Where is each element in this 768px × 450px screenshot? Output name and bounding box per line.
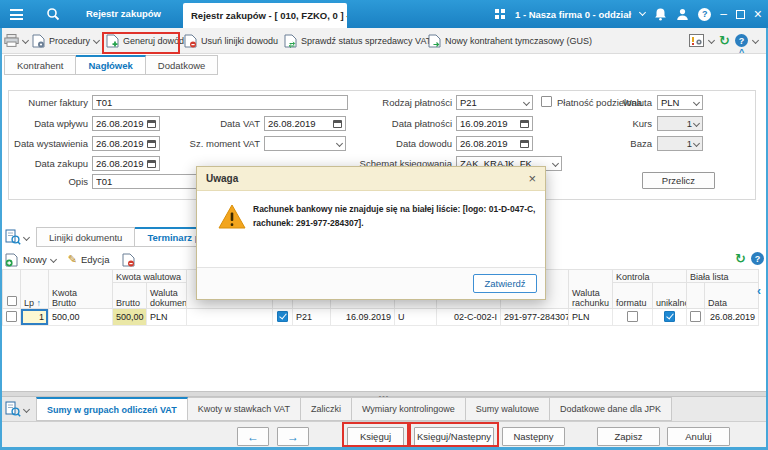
chevron-down-icon[interactable]: [708, 37, 715, 44]
calendar-icon[interactable]: [520, 140, 529, 148]
kontrola-formatu-cell[interactable]: [613, 309, 653, 326]
window-close-button[interactable]: ×: [754, 8, 762, 20]
kontrola-formatu-checkbox[interactable]: [627, 311, 638, 322]
biala-lista-data-cell[interactable]: 26.08.2019: [705, 309, 759, 326]
calendar-icon[interactable]: [333, 120, 342, 128]
col-biala-lista-data[interactable]: Data: [705, 283, 759, 309]
col-kontrola-formatu[interactable]: formatu: [613, 283, 653, 309]
tab-wymiary-kontrolingowe[interactable]: Wymiary kontrolingowe: [352, 397, 466, 421]
window-minimize-button[interactable]: –: [720, 8, 727, 20]
sprawdz-status-button[interactable]: Sprawdź status sprzedawcy VAT: [284, 28, 431, 53]
rodzaj-platnosci-select[interactable]: P21: [456, 95, 533, 110]
titlebar-active-tab[interactable]: Rejestr zakupów - [ 010, FZKO, 0 ] -: [183, 3, 347, 28]
tab-naglowek[interactable]: Nagłówek: [76, 55, 145, 75]
col-waluta-rachunku[interactable]: Walutarachunku: [569, 270, 613, 309]
kwota-brutto-cell[interactable]: 500,00: [49, 309, 113, 326]
chevron-down-icon[interactable]: [693, 99, 700, 106]
help-icon[interactable]: ?: [751, 252, 764, 265]
colgroup-biala-lista[interactable]: Biała lista: [687, 270, 759, 283]
chevron-down-icon[interactable]: [639, 9, 646, 16]
prev-record-button[interactable]: ←: [237, 427, 269, 446]
row-select-cell[interactable]: [3, 309, 21, 326]
data-wystawienia-input[interactable]: 26.08.2019: [92, 136, 160, 151]
calendar-icon[interactable]: [147, 120, 156, 128]
titlebar-module-label[interactable]: Rejestr zakupów: [86, 0, 161, 28]
collapse-ribbon-icon[interactable]: ^: [739, 47, 744, 57]
data-platnosci-input[interactable]: 16.09.2019: [456, 116, 533, 131]
chevron-down-icon[interactable]: [552, 160, 559, 167]
list-search-icon[interactable]: [5, 401, 21, 417]
chevron-down-icon[interactable]: [22, 37, 29, 44]
tab-dodatkowe[interactable]: Dodatkowe: [146, 55, 219, 75]
tab-kontrahent[interactable]: Kontrahent: [4, 55, 76, 75]
procedury-button[interactable]: Procedury: [32, 28, 99, 53]
data-vat-input[interactable]: 26.08.2019: [264, 116, 346, 131]
chevron-down-icon[interactable]: [93, 37, 100, 44]
waluta-select[interactable]: PLN: [657, 95, 703, 110]
calendar-icon[interactable]: [147, 140, 156, 148]
edycja-button[interactable]: ✎ Edycja: [68, 254, 110, 265]
chevron-down-icon[interactable]: [50, 256, 57, 263]
sz-moment-vat-select[interactable]: [264, 136, 346, 151]
select-all-checkbox[interactable]: [7, 296, 17, 306]
user-icon[interactable]: [676, 8, 689, 21]
paid-cell[interactable]: [273, 309, 293, 326]
chevron-down-icon[interactable]: [693, 120, 700, 127]
brutto-walutowa-cell[interactable]: 500,00: [113, 309, 147, 326]
next-record-button[interactable]: →: [277, 427, 309, 446]
refresh-icon[interactable]: ↻: [719, 34, 730, 47]
zapisz-button[interactable]: Zapisz: [597, 427, 660, 446]
waluta-rachunku-cell[interactable]: PLN: [569, 309, 613, 326]
dialog-close-icon[interactable]: ×: [528, 172, 536, 185]
rodzaj-platnosci-cell[interactable]: P21: [293, 309, 331, 326]
status-cell[interactable]: U: [395, 309, 437, 326]
help-icon[interactable]: ?: [698, 8, 711, 21]
tab-kwoty-w-stawkach[interactable]: Kwoty w stawkach VAT: [188, 397, 301, 421]
col-lp[interactable]: Lp ↑: [21, 270, 49, 309]
bank-cell[interactable]: 02-C-002-I: [437, 309, 501, 326]
calendar-icon[interactable]: [520, 120, 529, 128]
refresh-icon[interactable]: ↻: [735, 252, 746, 265]
company-selector[interactable]: 1 - Nasza firma 0 - oddział: [515, 9, 631, 20]
hamburger-menu-icon[interactable]: [10, 9, 23, 23]
colgroup-kwota-walutowa[interactable]: Kwota walutowa: [113, 270, 187, 283]
window-maximize-button[interactable]: [736, 10, 745, 19]
help-icon[interactable]: ?: [735, 34, 748, 47]
bell-icon[interactable]: [654, 7, 667, 21]
chevron-down-icon[interactable]: [523, 99, 530, 106]
kurs-select[interactable]: 1: [657, 116, 703, 131]
biala-lista-flag-cell[interactable]: [687, 309, 705, 326]
numer-faktury-input[interactable]: T01: [92, 95, 348, 110]
nowy-button[interactable]: Nowy: [5, 253, 56, 267]
tab-sumy-w-grupach[interactable]: Sumy w grupach odliczeń VAT: [36, 397, 188, 421]
paid-checkbox[interactable]: [277, 311, 288, 322]
unikalnosci-checkbox[interactable]: [664, 311, 675, 322]
waluta-dokumentu-cell[interactable]: PLN: [147, 309, 187, 326]
log-settings-icon[interactable]: [689, 34, 704, 47]
table-row[interactable]: 1 500,00 500,00 PLN P21 16.09.2019 U 02-…: [3, 309, 759, 326]
data-wplywu-input[interactable]: 26.08.2019: [92, 116, 160, 131]
print-button[interactable]: [4, 28, 28, 53]
chevron-down-icon[interactable]: [23, 406, 30, 413]
platnosc-podzielona-checkbox[interactable]: [541, 96, 552, 107]
list-search-icon[interactable]: [5, 229, 21, 245]
usun-linijki-button[interactable]: Usuń linijki dowodu: [184, 28, 278, 53]
nowy-kontrahent-button[interactable]: Nowy kontrahent tymczasowy (GUS): [428, 28, 592, 53]
chevron-down-icon[interactable]: [23, 234, 30, 241]
unikalnosci-cell[interactable]: [653, 309, 687, 326]
data-dowodu-input[interactable]: 26.08.2019: [456, 136, 533, 151]
biala-lista-checkbox[interactable]: [690, 311, 701, 322]
col-kwota-brutto[interactable]: KwotaBrutto: [49, 270, 113, 309]
baza-select[interactable]: 1: [657, 136, 703, 151]
data-zakupu-input[interactable]: 26.08.2019: [92, 156, 160, 171]
search-icon[interactable]: [46, 7, 60, 21]
tab-zaliczki[interactable]: Zaliczki: [301, 397, 352, 421]
calendar-icon[interactable]: [147, 160, 156, 168]
tab-dodatkowe-dane-jpk[interactable]: Dodatkowe dane dla JPK: [550, 397, 672, 421]
zatwierdz-button[interactable]: Zatwierdź: [473, 274, 537, 293]
przelicz-button[interactable]: Przelicz: [642, 172, 715, 189]
anuluj-button[interactable]: Anuluj: [667, 427, 730, 446]
chevron-down-icon[interactable]: [693, 140, 700, 147]
tab-sumy-walutowe[interactable]: Sumy walutowe: [466, 397, 550, 421]
lp-cell[interactable]: 1: [21, 309, 49, 326]
